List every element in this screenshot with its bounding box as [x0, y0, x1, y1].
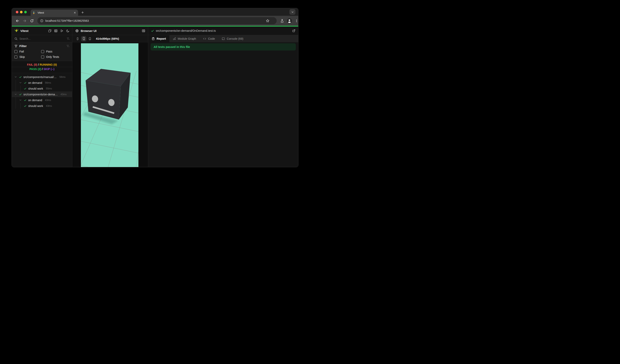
filter-checkbox-fail[interactable]: Fail: [14, 50, 41, 53]
report-tabs: Report Module Graph: [148, 35, 298, 42]
test-duration: 55ms: [46, 87, 52, 90]
preview-canvas: [72, 42, 148, 167]
test-file-name: src/components/manual/…: [23, 75, 57, 79]
fail-count: FAIL (0): [27, 63, 37, 66]
dock-panel-icon[interactable]: [142, 29, 145, 32]
device-tablet-button[interactable]: [88, 36, 92, 41]
filter-checkbox-pass[interactable]: Pass: [41, 50, 70, 53]
pass-check-icon: [23, 104, 27, 108]
browser-tab[interactable]: Vitest: [31, 10, 78, 16]
menu-kebab-icon[interactable]: [295, 19, 298, 23]
chevron-down-icon: [291, 11, 294, 13]
tree-row-suite[interactable]: on demand 43ms: [12, 97, 72, 103]
test-name: should work: [28, 87, 43, 90]
checkbox[interactable]: [14, 50, 17, 53]
tab-label: Code: [208, 37, 215, 40]
chevron-down-icon[interactable]: [14, 93, 17, 96]
pass-check-icon: [151, 29, 154, 32]
chevron-down-icon[interactable]: [19, 81, 22, 85]
chevron-down-icon[interactable]: [19, 98, 22, 102]
reload-button[interactable]: [29, 18, 34, 24]
search-row: [12, 35, 72, 42]
rendered-scene: [81, 43, 139, 167]
tree-row-test[interactable]: should work 43ms: [12, 103, 72, 109]
traffic-lights: [16, 11, 27, 13]
dark-mode-moon-icon[interactable]: [66, 29, 70, 32]
tab-code[interactable]: Code: [200, 35, 218, 42]
clear-filter-icon[interactable]: [66, 37, 70, 40]
tree-row-file[interactable]: src/components/manual/… 56ms: [12, 74, 72, 80]
console-icon: [222, 37, 225, 40]
plus-icon: [81, 11, 84, 14]
browser-window: Vitest: [12, 8, 298, 167]
filter-checkbox-only-tests[interactable]: Only Tests: [41, 55, 70, 58]
sidebar: Vitest: [12, 27, 72, 167]
browser-ui-header: Browser UI: [72, 27, 148, 35]
test-viewport[interactable]: [81, 43, 139, 167]
tree-row-suite[interactable]: on demand 56ms: [12, 80, 72, 86]
run-all-play-icon[interactable]: [60, 29, 63, 32]
device-phone-plus-button[interactable]: [81, 36, 86, 41]
suite-name: on demand: [28, 81, 42, 84]
checkbox[interactable]: [14, 56, 17, 58]
code-icon: [203, 37, 206, 40]
file-header: src/components/on-demand/OnDemand.test.t…: [148, 27, 298, 35]
close-window-button[interactable]: [16, 11, 18, 13]
test-stats: FAIL (0)/RUNNING (0) PASS (2)/SKIP (--): [12, 61, 72, 73]
experiments-flask-icon[interactable]: [280, 19, 284, 23]
pass-check-icon: [19, 93, 22, 96]
tab-report[interactable]: Report: [148, 35, 169, 42]
device-phone-small-button[interactable]: [75, 36, 80, 41]
close-tab-icon[interactable]: [74, 11, 76, 14]
viewport-size-label: 414x896px (68%): [96, 37, 119, 40]
pass-check-icon: [23, 81, 27, 85]
search-input[interactable]: [19, 37, 65, 40]
search-icon: [14, 37, 17, 40]
chevron-down-icon[interactable]: [14, 75, 17, 79]
checkbox[interactable]: [41, 50, 44, 53]
test-duration: 56ms: [60, 76, 66, 78]
tab-label: Module Graph: [178, 37, 196, 40]
suite-name: on demand: [28, 99, 42, 102]
forward-button[interactable]: [22, 18, 27, 24]
sidebar-actions: [48, 29, 72, 32]
bookmark-star-icon[interactable]: [266, 19, 269, 23]
vitest-logo-icon: [14, 29, 19, 33]
browser-ui-title-group: Browser UI: [72, 29, 142, 32]
banner-text: All tests passed in this file: [154, 45, 190, 48]
minimize-window-button[interactable]: [20, 11, 23, 13]
pass-count: PASS (2): [30, 67, 41, 71]
tree-row-file-selected[interactable]: src/components/on-dema… 43ms: [12, 91, 72, 97]
sidebar-header: Vitest: [12, 27, 72, 35]
back-button[interactable]: [15, 18, 20, 24]
clipboard-icon: [152, 37, 155, 40]
open-external-button[interactable]: [292, 29, 298, 32]
app-name: Vitest: [20, 29, 29, 32]
skip-count: SKIP (--): [44, 67, 55, 71]
stats-line-2: PASS (2)/SKIP (--): [12, 67, 72, 71]
pass-check-icon: [19, 75, 22, 79]
tab-label: Console (69): [227, 37, 243, 40]
collapse-windows-icon[interactable]: [48, 29, 51, 32]
zoom-window-button[interactable]: [24, 11, 27, 13]
new-tab-button[interactable]: [80, 10, 85, 15]
tab-module-graph[interactable]: Module Graph: [169, 35, 200, 42]
url-text: localhost:5173/#/?file=1828625563: [45, 19, 264, 22]
tab-search-button[interactable]: [289, 9, 295, 15]
all-tests-passed-banner: All tests passed in this file: [151, 43, 296, 50]
stats-line-1: FAIL (0)/RUNNING (0): [12, 62, 72, 67]
tree-row-test[interactable]: should work 55ms: [12, 86, 72, 91]
clear-filter-icon[interactable]: [66, 44, 70, 48]
filter-checkbox-skip[interactable]: Skip: [14, 55, 41, 58]
dashboard-report-icon[interactable]: [54, 29, 58, 32]
site-info-icon[interactable]: [40, 19, 43, 22]
external-link-icon: [292, 29, 295, 32]
checkbox-label: Only Tests: [46, 55, 59, 58]
address-bar[interactable]: localhost:5173/#/?file=1828625563: [37, 17, 277, 24]
profile-avatar[interactable]: [287, 18, 292, 23]
test-tree: src/components/manual/… 56ms on demand 5…: [12, 73, 72, 167]
browser-ui-panel: Browser UI: [72, 27, 148, 167]
checkbox[interactable]: [41, 56, 44, 58]
funnel-icon: [14, 44, 17, 48]
tab-console[interactable]: Console (69): [218, 35, 247, 42]
